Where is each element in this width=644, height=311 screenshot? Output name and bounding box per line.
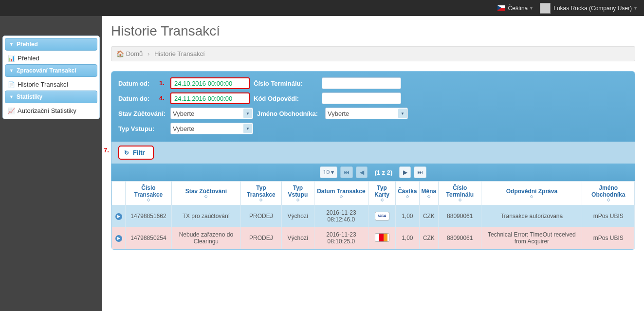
row-expand-button[interactable]: ▶: [115, 213, 122, 220]
pager-info: (1 z 2): [370, 169, 396, 176]
response-label: Kód Odpovědi:: [254, 95, 322, 102]
sidebar-group-head[interactable]: ▼Statistiky: [5, 91, 97, 103]
sidebar-item[interactable]: 📊Přehled: [5, 52, 97, 64]
table-header[interactable]: Odpovědní Zpráva◇: [481, 182, 582, 205]
language-label: Čeština: [508, 5, 528, 12]
clearing-select[interactable]: Vyberte ▼: [170, 108, 253, 119]
mastercard-icon: [375, 233, 389, 242]
sidebar-group-head[interactable]: ▼Přehled: [5, 38, 97, 51]
table-cell: VISA: [368, 205, 396, 227]
breadcrumb-current: Historie Transakcí: [154, 50, 205, 57]
sidebar-item[interactable]: 📄Historie Transakcí: [5, 78, 97, 91]
pager-next[interactable]: ▶: [399, 166, 411, 178]
terminal-input[interactable]: [322, 77, 401, 89]
table-header[interactable]: Typ Transakce◇: [240, 182, 281, 205]
entry-select[interactable]: Vyberte ▼: [170, 123, 253, 134]
visa-icon: VISA: [375, 212, 389, 220]
merchant-value: Vyberte: [328, 110, 349, 117]
table-cell: 2016-11-23 08:12:46.0: [314, 205, 368, 227]
triangle-down-icon: ▼: [9, 94, 14, 99]
refresh-icon: ↻: [124, 149, 129, 156]
terminal-label: Číslo Terminálu:: [254, 80, 322, 87]
chevron-down-icon: ▾: [634, 5, 637, 11]
sort-icon: ◇: [284, 198, 312, 202]
sidebar-item-icon: 📊: [8, 55, 15, 62]
dropdown-icon: ▼: [243, 109, 252, 118]
sidebar-group-head[interactable]: ▼Zpracování Transakcí: [5, 64, 97, 77]
sidebar: ▼Přehled📊Přehled▼Zpracování Transakcí📄Hi…: [2, 36, 100, 119]
table-row: ▶14798851662TX pro zaúčtováníPRODEJVýcho…: [112, 205, 635, 227]
pager-last[interactable]: ⏭: [414, 166, 426, 178]
table-cell: [368, 227, 396, 249]
table-header[interactable]: Stav Zúčtování◇: [171, 182, 240, 205]
dropdown-icon: ▼: [243, 124, 252, 133]
table-cell: PRODEJ: [240, 227, 281, 249]
table-cell: 2016-11-23 08:10:25.0: [314, 227, 368, 249]
sort-icon: ◇: [422, 195, 437, 199]
table-header[interactable]: Číslo Terminálu◇: [439, 182, 481, 205]
avatar: [540, 3, 551, 14]
sort-icon: ◇: [174, 195, 239, 199]
annotation-1: 1.: [159, 79, 165, 87]
table-cell: 1,00: [396, 205, 419, 227]
filter-button-label: Filtr: [133, 149, 145, 156]
sidebar-item[interactable]: 📈Autorizační Statistiky: [5, 105, 97, 117]
sidebar-item-label: Přehled: [18, 55, 39, 62]
sidebar-item-label: Historie Transakcí: [18, 81, 68, 88]
sidebar-group-label: Statistiky: [17, 93, 42, 100]
user-label: Lukas Rucka (Company User): [553, 5, 632, 12]
flag-cz-icon: [497, 5, 505, 11]
table-cell: 1,00: [396, 227, 419, 249]
row-expand-button[interactable]: ▶: [115, 235, 122, 242]
pager-prev[interactable]: ◀: [356, 166, 368, 178]
table-row: ▶14798850254Nebude zařazeno do Clearingu…: [112, 227, 635, 249]
table-cell: TX pro zaúčtování: [171, 205, 240, 227]
annotation-7: 7.: [104, 146, 109, 154]
dropdown-icon: ▼: [398, 109, 407, 118]
sidebar-item-icon: 📄: [8, 81, 15, 88]
sort-icon: ◇: [370, 198, 393, 202]
sort-icon: ◇: [483, 195, 580, 199]
table-cell: mPos UBIS: [582, 205, 635, 227]
transactions-table: Číslo Transakce◇Stav Zúčtování◇Typ Trans…: [111, 181, 635, 249]
pager-first[interactable]: ⏮: [340, 166, 353, 178]
breadcrumb-home[interactable]: Domů: [126, 50, 143, 57]
table-header[interactable]: Typ Karty◇: [368, 182, 396, 205]
sort-icon: ◇: [441, 198, 479, 202]
pager: 10 ▾ ⏮ ◀ (1 z 2) ▶ ⏭: [111, 164, 635, 181]
merchant-label: Jméno Obchodníka:: [257, 110, 325, 117]
language-switcher[interactable]: Čeština ▾: [497, 5, 533, 12]
sort-icon: ◇: [398, 195, 417, 199]
sort-icon: ◇: [128, 198, 169, 202]
table-cell: Transakce autorizovana: [481, 205, 582, 227]
entry-value: Vyberte: [173, 125, 194, 132]
sidebar-item-label: Autorizační Statistiky: [18, 107, 76, 114]
clearing-value: Vyberte: [173, 110, 194, 117]
user-menu[interactable]: Lukas Rucka (Company User) ▾: [540, 3, 637, 14]
table-header[interactable]: Typ Vstupu◇: [282, 182, 314, 205]
date-to-input[interactable]: [170, 92, 250, 104]
table-cell: Technical Error: TimeOut received from A…: [481, 227, 582, 249]
table-header[interactable]: [112, 182, 126, 205]
table-header[interactable]: Datum Transakce◇: [314, 182, 368, 205]
table-cell: mPos UBIS: [582, 227, 635, 249]
sort-icon: ◇: [584, 198, 632, 202]
table-cell: CZK: [419, 227, 439, 249]
date-from-input[interactable]: [170, 77, 250, 89]
table-header[interactable]: Měna◇: [419, 182, 439, 205]
table-cell: Nebude zařazeno do Clearingu: [171, 227, 240, 249]
triangle-down-icon: ▼: [9, 68, 14, 73]
filter-button[interactable]: ↻ Filtr: [118, 146, 154, 160]
table-cell: 14798851662: [126, 205, 172, 227]
response-input[interactable]: [322, 92, 401, 104]
clearing-label: Stav Zúčtování:: [118, 110, 170, 117]
table-header[interactable]: Částka◇: [396, 182, 419, 205]
table-header[interactable]: Číslo Transakce◇: [126, 182, 172, 205]
triangle-down-icon: ▼: [9, 42, 14, 47]
sidebar-group-label: Zpracování Transakcí: [17, 67, 76, 74]
table-header[interactable]: Jméno Obchodníka◇: [582, 182, 635, 205]
filter-panel: 1. 4. Datum od: Číslo Terminálu: Datum d…: [111, 71, 635, 250]
page-size-select[interactable]: 10 ▾: [320, 166, 338, 178]
merchant-select[interactable]: Vyberte ▼: [325, 108, 408, 119]
table-cell: 14798850254: [126, 227, 172, 249]
